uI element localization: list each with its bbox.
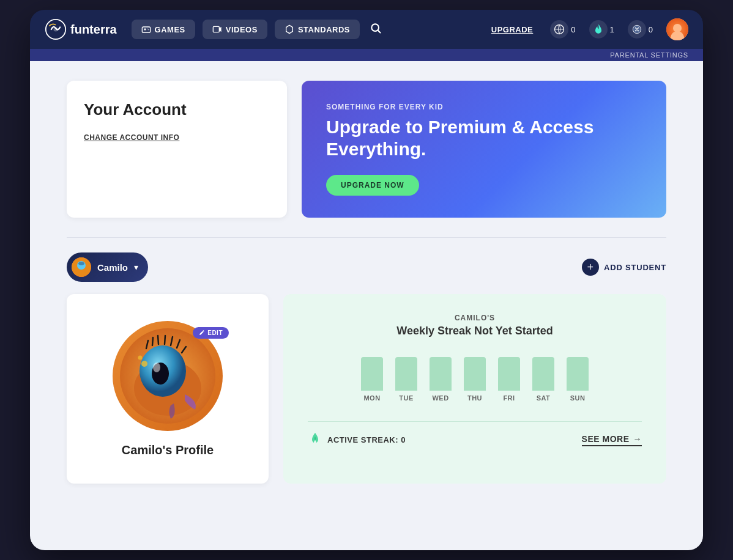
bar	[532, 357, 554, 391]
svg-line-22	[158, 336, 158, 344]
profile-card: EDIT Camilo's Profile	[67, 294, 269, 484]
bar-column: SAT	[532, 357, 554, 402]
bar-day-label: SAT	[537, 394, 551, 402]
bar-column: TUE	[395, 357, 417, 402]
bar-day-label: THU	[467, 394, 482, 402]
upgrade-title: Upgrade to Premium & Access Everything.	[326, 116, 642, 160]
svg-rect-2	[142, 27, 150, 32]
streak-student-name: CAMILO'S	[455, 314, 495, 322]
top-row: Your Account CHANGE ACCOUNT INFO SOMETHI…	[67, 81, 666, 218]
bar	[430, 357, 452, 391]
svg-line-21	[152, 337, 153, 345]
svg-point-19	[153, 363, 160, 372]
bar-day-label: WED	[432, 394, 448, 402]
main-content: Your Account CHANGE ACCOUNT INFO SOMETHI…	[30, 61, 703, 550]
videos-label: VIDEOS	[226, 25, 258, 34]
search-button[interactable]	[370, 22, 382, 37]
bar-column: SUN	[567, 357, 589, 402]
coins1-count: 0	[571, 25, 575, 34]
standards-label: STANDARDS	[298, 25, 350, 34]
chevron-down-icon: ▾	[134, 262, 138, 272]
student-dropdown[interactable]: Camilo ▾	[67, 252, 148, 282]
see-more-button[interactable]: SEE MORE →	[582, 434, 642, 446]
logo-text: funterra	[70, 23, 117, 37]
edit-label: EDIT	[207, 330, 223, 336]
bar-day-label: FRI	[503, 394, 515, 402]
upgrade-card: SOMETHING FOR EVERY KID Upgrade to Premi…	[302, 81, 666, 218]
avatar-wrapper: EDIT	[113, 321, 223, 443]
device-frame: funterra GAMES VIDEOS STANDARDS UPGRADE …	[30, 10, 703, 550]
nav-badge-flame: 1	[589, 20, 614, 39]
upgrade-subtitle: SOMETHING FOR EVERY KID	[326, 103, 642, 111]
parental-settings-bar[interactable]: PARENTAL SETTINGS	[30, 49, 703, 61]
profile-row: EDIT Camilo's Profile CAMILO'S Weekly St…	[67, 294, 666, 484]
svg-point-10	[673, 24, 682, 32]
student-name: Camilo	[97, 262, 128, 273]
plus-circle-icon: +	[582, 259, 599, 276]
navbar: funterra GAMES VIDEOS STANDARDS UPGRADE …	[30, 10, 703, 49]
svg-point-3	[147, 29, 148, 29]
change-account-link[interactable]: CHANGE ACCOUNT INFO	[84, 133, 179, 142]
add-student-label: ADD STUDENT	[604, 263, 666, 272]
svg-point-1	[53, 27, 58, 31]
svg-point-14	[78, 262, 84, 265]
bar-day-label: SUN	[570, 394, 586, 402]
bar-column: MON	[361, 357, 383, 402]
student-selector-row: Camilo ▾ + ADD STUDENT	[67, 252, 666, 282]
nav-badge-globe: 0	[550, 20, 575, 39]
bar-day-label: MON	[363, 394, 380, 402]
profile-name: Camilo's Profile	[122, 443, 214, 457]
standards-button[interactable]: STANDARDS	[275, 20, 360, 39]
bar	[464, 357, 486, 391]
arrow-right-icon: →	[633, 434, 642, 444]
parental-settings-label: PARENTAL SETTINGS	[610, 51, 688, 59]
see-more-label: SEE MORE	[582, 434, 630, 444]
svg-point-27	[141, 361, 147, 367]
svg-point-4	[148, 29, 149, 30]
coins2-count: 1	[610, 25, 614, 34]
games-label: GAMES	[155, 25, 185, 34]
coins3-count: 0	[649, 25, 653, 34]
svg-rect-5	[213, 26, 219, 32]
svg-line-23	[165, 336, 165, 344]
upgrade-now-button[interactable]: UPGRADE NOW	[326, 175, 419, 196]
user-avatar[interactable]	[666, 18, 688, 40]
nav-badge-star: 0	[628, 20, 653, 39]
streak-card: CAMILO'S Weekly Streak Not Yet Started M…	[283, 294, 666, 484]
logo[interactable]: funterra	[45, 18, 117, 40]
videos-button[interactable]: VIDEOS	[203, 20, 267, 39]
bars-chart: MONTUEWEDTHUFRISATSUN	[361, 357, 589, 402]
bar	[498, 357, 520, 391]
bar	[395, 357, 417, 391]
bar-column: THU	[464, 357, 486, 402]
add-student-button[interactable]: + ADD STUDENT	[582, 259, 666, 276]
student-avatar-thumb	[72, 257, 91, 277]
bar	[361, 357, 383, 391]
streak-title: Weekly Streak Not Yet Started	[396, 325, 553, 337]
active-streak-label: ACTIVE STREAK: 0	[327, 435, 406, 444]
active-streak: ACTIVE STREAK: 0	[308, 432, 406, 448]
section-divider	[67, 237, 666, 238]
bar-day-label: TUE	[399, 394, 414, 402]
account-card: Your Account CHANGE ACCOUNT INFO	[67, 81, 287, 218]
flame-icon	[308, 432, 322, 448]
bar-column: FRI	[498, 357, 520, 402]
games-button[interactable]: GAMES	[132, 20, 195, 39]
edit-badge[interactable]: EDIT	[193, 327, 229, 339]
bar-column: WED	[430, 357, 452, 402]
account-title: Your Account	[84, 100, 270, 119]
svg-point-28	[138, 355, 143, 359]
upgrade-link[interactable]: UPGRADE	[491, 25, 534, 34]
bar	[567, 357, 589, 391]
streak-footer: ACTIVE STREAK: 0 SEE MORE →	[308, 421, 642, 448]
